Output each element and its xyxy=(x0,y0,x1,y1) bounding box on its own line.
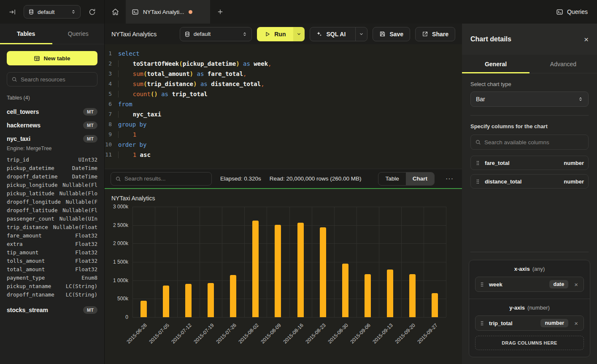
results-more-button[interactable]: ··· xyxy=(443,175,456,183)
bar-2015-06-28[interactable] xyxy=(140,301,147,317)
column-row-pickup_datetime[interactable]: pickup_datetimeDateTime xyxy=(7,164,97,173)
results-search-input[interactable] xyxy=(124,175,207,182)
left-sidebar: Tables Queries New table Tables (4) cell… xyxy=(0,24,105,364)
query-tab-nytaxi[interactable]: NYTaxi Analyti... xyxy=(126,0,210,24)
save-button[interactable]: Save xyxy=(373,27,410,41)
sql-ai-button[interactable]: SQL AI xyxy=(310,27,351,41)
column-row-trip_id[interactable]: trip_idUInt32 xyxy=(7,156,97,164)
code-line-5[interactable]: 5 count() as trip_total xyxy=(105,89,462,99)
bar-2015-08-23[interactable] xyxy=(320,227,326,317)
code-line-8[interactable]: 8group by xyxy=(105,119,462,129)
sql-editor[interactable]: 1select2 toStartOfWeek(pickup_datetime) … xyxy=(105,44,462,169)
column-row-passenger_count[interactable]: passenger_countNullable(UIn xyxy=(7,215,97,223)
run-options-button[interactable] xyxy=(293,27,305,41)
table-item-hackernews[interactable]: hackernewsMT xyxy=(0,119,104,132)
tab-general[interactable]: General xyxy=(462,55,529,73)
bar-2015-08-02[interactable] xyxy=(252,221,259,317)
column-row-trip_distance[interactable]: trip_distanceNullable(Float xyxy=(7,223,97,232)
columns-search-input[interactable] xyxy=(484,139,584,146)
chart-type-value: Bar xyxy=(476,96,485,102)
table-item-cell_towers[interactable]: cell_towersMT xyxy=(0,105,104,119)
column-row-dropoff_datetime[interactable]: dropoff_datetimeDateTime xyxy=(7,173,97,181)
columns-search[interactable] xyxy=(470,135,589,150)
table-item-nyc_taxi[interactable]: nyc_taxiMT xyxy=(0,132,104,146)
code-line-7[interactable]: 7 nyc_taxi xyxy=(105,109,462,119)
column-row-payment_type[interactable]: payment_typeEnum8 xyxy=(7,274,97,282)
results-search[interactable] xyxy=(111,172,212,186)
view-toggle-table[interactable]: Table xyxy=(378,173,405,185)
column-row-extra[interactable]: extraFloat32 xyxy=(7,240,97,248)
column-row-pickup_latitude[interactable]: pickup_latitudeNullable(Flo xyxy=(7,189,97,198)
drag-handle-icon[interactable] xyxy=(479,321,485,326)
sidebar-scroll-area[interactable]: Tables (4) cell_towersMThackernewsMTnyc_… xyxy=(0,92,104,364)
sidebar-tab-tables[interactable]: Tables xyxy=(0,24,52,44)
column-row-tip_amount[interactable]: tip_amountFloat32 xyxy=(7,248,97,257)
code-line-1[interactable]: 1select xyxy=(105,49,462,59)
sidebar-tab-queries[interactable]: Queries xyxy=(52,24,105,44)
bar-2015-09-20[interactable] xyxy=(409,274,416,317)
y-axis-column-trip-total[interactable]: trip_total number × xyxy=(475,315,584,331)
bar-2015-09-13[interactable] xyxy=(387,270,393,317)
sidebar-search[interactable] xyxy=(7,72,97,86)
run-button[interactable]: Run xyxy=(257,27,293,41)
available-column-distance_total[interactable]: distance_totalnumber xyxy=(470,174,589,189)
queries-button[interactable]: Queries xyxy=(547,0,597,24)
code-line-9[interactable]: 9 1 xyxy=(105,129,462,140)
bar-2015-08-09[interactable] xyxy=(275,225,281,317)
code-line-3[interactable]: 3 sum(total_amount) as fare_total, xyxy=(105,69,462,79)
remove-x-axis-column-button[interactable]: × xyxy=(573,281,580,288)
database-selector[interactable]: default xyxy=(24,5,81,19)
column-row-dropoff_latitude[interactable]: dropoff_latitudeNullable(Fl xyxy=(7,206,97,215)
bar-2015-08-16[interactable] xyxy=(297,223,304,317)
remove-y-axis-column-button[interactable]: × xyxy=(573,320,580,327)
toolbar-database-selector[interactable]: default xyxy=(180,27,252,41)
drag-handle-icon[interactable] xyxy=(475,179,481,184)
close-panel-button[interactable]: × xyxy=(584,35,589,43)
page-title: NYTaxi Analytics xyxy=(111,31,175,38)
sql-ai-options-button[interactable] xyxy=(355,27,367,41)
column-row-fare_amount[interactable]: fare_amountFloat32 xyxy=(7,232,97,240)
column-row-total_amount[interactable]: total_amountFloat32 xyxy=(7,265,97,274)
chart-details-body: Select chart type Bar Specify columns fo… xyxy=(462,73,597,364)
drag-handle-icon[interactable] xyxy=(475,160,481,166)
table-item-stocks_stream[interactable]: stocks_streamMT xyxy=(0,303,104,317)
code-line-4[interactable]: 4 sum(trip_distance) as distance_total, xyxy=(105,79,462,89)
new-table-button[interactable]: New table xyxy=(7,51,97,65)
column-row-pickup_longitude[interactable]: pickup_longitudeNullable(Fl xyxy=(7,181,97,189)
chart-type-select[interactable]: Bar xyxy=(470,92,589,107)
home-button[interactable] xyxy=(105,0,126,24)
sidebar-collapse-button[interactable] xyxy=(6,5,19,18)
bar-2015-09-06[interactable] xyxy=(365,274,371,317)
bar-2015-07-12[interactable] xyxy=(185,284,192,317)
chart-plot[interactable]: 3 000k2 500k2 000k1 500k1 000k500k0 xyxy=(132,207,446,317)
column-row-dropoff_ntaname[interactable]: dropoff_ntanameLC(String) xyxy=(7,291,97,299)
query-toolbar: NYTaxi Analytics default Run xyxy=(105,24,462,44)
view-toggle-chart[interactable]: Chart xyxy=(406,173,434,185)
column-row-dropoff_longitude[interactable]: dropoff_longitudeNullable(F xyxy=(7,198,97,206)
drag-columns-drop-zone[interactable]: DRAG COLUMNS HERE xyxy=(475,336,584,350)
gridline-vertical xyxy=(222,207,222,317)
code-line-6[interactable]: 6from xyxy=(105,99,462,109)
drag-handle-icon[interactable] xyxy=(479,282,485,287)
code-line-2[interactable]: 2 toStartOfWeek(pickup_datetime) as week… xyxy=(105,59,462,69)
new-tab-button[interactable] xyxy=(210,0,230,24)
tab-advanced[interactable]: Advanced xyxy=(529,55,597,73)
code-line-10[interactable]: 10order by xyxy=(105,140,462,150)
refresh-button[interactable] xyxy=(86,5,98,18)
column-row-pickup_ntaname[interactable]: pickup_ntanameLC(String) xyxy=(7,282,97,291)
code-line-11[interactable]: 11 1 asc xyxy=(105,150,462,160)
share-button[interactable]: Share xyxy=(415,27,455,41)
tab-advanced-label: Advanced xyxy=(550,61,576,67)
bar-2015-07-05[interactable] xyxy=(163,286,169,317)
column-row-tolls_amount[interactable]: tolls_amountFloat32 xyxy=(7,257,97,265)
bar-2015-08-30[interactable] xyxy=(342,264,348,318)
bar-2015-07-26[interactable] xyxy=(230,275,236,317)
column-type: Nullable(Float xyxy=(53,223,97,232)
sidebar-search-input[interactable] xyxy=(21,76,93,83)
available-column-fare_total[interactable]: fare_totalnumber xyxy=(470,156,589,170)
x-axis-column-week[interactable]: week date × xyxy=(475,277,584,292)
column-type: Nullable(F xyxy=(66,198,97,206)
bar-2015-09-27[interactable] xyxy=(432,293,438,317)
bar-2015-07-19[interactable] xyxy=(208,283,214,317)
gridline-vertical xyxy=(155,207,155,317)
